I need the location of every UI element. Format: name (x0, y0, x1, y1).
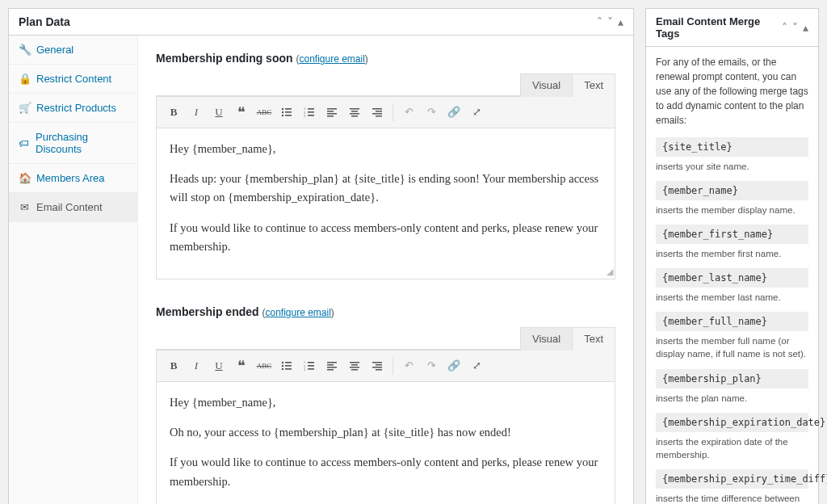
section-title: Membership ended (156, 305, 259, 318)
resize-handle-icon[interactable]: ◢ (603, 267, 613, 277)
panel-move-down-icon[interactable]: ˅ (607, 15, 613, 28)
plan-data-title: Plan Data (19, 15, 70, 28)
email-paragraph: Heads up: your {membership_plan} at {sit… (170, 170, 602, 207)
bullet-list-icon[interactable] (276, 355, 297, 376)
merge-tag-block: {member_first_name}inserts the member fi… (656, 225, 808, 260)
svg-rect-20 (372, 108, 382, 110)
svg-rect-45 (376, 364, 382, 366)
svg-rect-27 (285, 365, 292, 367)
panel-move-up-icon[interactable]: ˄ (597, 15, 602, 28)
merge-tag-desc: inserts the member full name (or display… (656, 334, 808, 360)
svg-rect-15 (327, 116, 334, 117)
align-left-icon[interactable] (321, 355, 342, 376)
tab-purchasing-discounts[interactable]: 🏷 Purchasing Discounts (9, 123, 137, 164)
svg-rect-36 (327, 362, 337, 363)
svg-rect-21 (376, 111, 382, 112)
merge-tag-block: {member_last_name}inserts the member las… (656, 268, 808, 304)
strike-icon[interactable]: ABC (254, 102, 275, 123)
svg-rect-22 (372, 113, 382, 115)
editor-content[interactable]: Hey {member_name}, Oh no, your access to… (157, 382, 615, 504)
tab-label: General (36, 44, 73, 56)
number-list-icon[interactable]: 123 (299, 102, 320, 123)
merge-tag-code: {site_title} (656, 137, 808, 157)
bullet-list-icon[interactable] (276, 102, 297, 123)
editor-tab-visual[interactable]: Visual (520, 327, 573, 351)
svg-text:3: 3 (304, 368, 305, 372)
tab-label: Purchasing Discounts (36, 131, 128, 155)
merge-tag-desc: inserts the member display name. (656, 204, 808, 216)
section-title: Membership ending soon (156, 52, 293, 65)
svg-point-26 (282, 365, 283, 367)
align-right-icon[interactable] (367, 102, 388, 123)
merge-tags-panel: Email Content Merge Tags ˄ ˅ ▴ For any o… (645, 8, 819, 504)
quote-icon[interactable]: ❝ (231, 355, 252, 376)
link-icon[interactable]: 🔗 (443, 102, 464, 123)
tab-label: Email Content (36, 201, 103, 213)
italic-icon[interactable]: I (186, 355, 207, 376)
tab-restrict-content[interactable]: 🔒 Restrict Content (9, 65, 137, 94)
editor-tab-visual[interactable]: Visual (520, 74, 573, 97)
editor-tab-text[interactable]: Text (572, 327, 615, 351)
redo-icon[interactable]: ↷ (421, 102, 442, 123)
svg-rect-14 (327, 113, 337, 115)
tab-general[interactable]: 🔧 General (9, 36, 137, 65)
fullscreen-icon[interactable]: ⤢ (466, 102, 487, 123)
number-list-icon[interactable]: 123 (299, 355, 320, 376)
email-paragraph: Hey {member_name}, (170, 393, 602, 412)
bold-icon[interactable]: B (163, 102, 184, 123)
editor-tab-text[interactable]: Text (572, 74, 615, 97)
svg-rect-38 (327, 367, 337, 368)
panel-move-up-icon[interactable]: ˄ (782, 21, 787, 34)
merge-tag-code: {member_name} (656, 181, 808, 200)
align-center-icon[interactable] (344, 355, 365, 376)
svg-rect-12 (327, 108, 337, 110)
email-paragraph: Oh no, your access to {membership_plan} … (170, 423, 602, 442)
svg-rect-46 (372, 367, 382, 368)
align-right-icon[interactable] (367, 355, 388, 376)
svg-rect-47 (376, 369, 382, 371)
underline-icon[interactable]: U (208, 102, 229, 123)
underline-icon[interactable]: U (208, 355, 229, 376)
link-icon[interactable]: 🔗 (443, 355, 464, 376)
svg-text:3: 3 (304, 114, 305, 118)
editor-toolbar: B I U ❝ ABC 123 ↶ (157, 96, 615, 128)
svg-rect-25 (285, 362, 292, 363)
configure-email-link[interactable]: configure email (299, 53, 364, 65)
merge-tag-desc: inserts the member last name. (656, 291, 808, 304)
merge-tag-code: {member_full_name} (656, 312, 808, 331)
svg-point-0 (282, 108, 283, 110)
email-paragraph: If you would like to continue to access … (170, 453, 602, 490)
svg-rect-44 (372, 362, 382, 363)
tag-icon: 🏷 (19, 137, 29, 149)
configure-email-link[interactable]: configure email (265, 307, 330, 318)
strike-icon[interactable]: ABC (254, 355, 275, 376)
bold-icon[interactable]: B (163, 355, 184, 376)
align-center-icon[interactable] (344, 102, 365, 123)
svg-rect-1 (285, 108, 292, 110)
italic-icon[interactable]: I (186, 102, 207, 123)
svg-point-24 (282, 362, 283, 363)
panel-toggle-icon[interactable]: ▴ (803, 21, 808, 34)
merge-tag-block: {site_title}inserts your site name. (656, 137, 808, 173)
editor-content[interactable]: Hey {member_name}, Heads up: your {membe… (157, 128, 615, 279)
quote-icon[interactable]: ❝ (231, 102, 252, 123)
align-left-icon[interactable] (321, 102, 342, 123)
merge-tag-block: {member_name}inserts the member display … (656, 181, 808, 216)
undo-icon[interactable]: ↶ (398, 355, 419, 376)
merge-tag-block: {membership_expiration_date}inserts the … (656, 413, 808, 461)
panel-toggle-icon[interactable]: ▴ (618, 15, 623, 28)
merge-tag-block: {membership_expiry_time_diff}inserts the… (656, 469, 808, 504)
merge-tag-code: {member_first_name} (656, 225, 808, 244)
undo-icon[interactable]: ↶ (398, 102, 419, 123)
tab-restrict-products[interactable]: 🛒 Restrict Products (9, 94, 137, 123)
svg-rect-35 (308, 368, 314, 370)
panel-move-down-icon[interactable]: ˅ (792, 21, 798, 34)
fullscreen-icon[interactable]: ⤢ (466, 355, 487, 376)
tab-label: Members Area (36, 172, 105, 184)
tab-members-area[interactable]: 🏠 Members Area (9, 164, 137, 193)
email-section-ending-soon: Membership ending soon (configure email)… (156, 52, 615, 279)
tab-email-content[interactable]: ✉ Email Content (9, 193, 137, 222)
svg-rect-42 (350, 367, 359, 368)
redo-icon[interactable]: ↷ (421, 355, 442, 376)
svg-rect-9 (308, 111, 314, 113)
